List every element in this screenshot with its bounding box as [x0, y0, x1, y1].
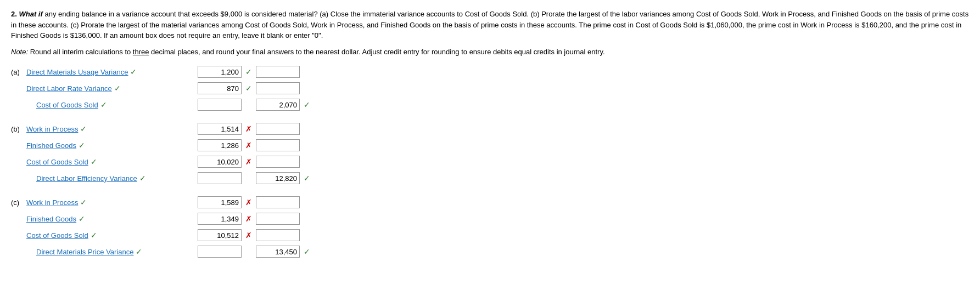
credit-input-b-1[interactable]: [256, 123, 300, 135]
account-label-b-2[interactable]: Finished Goods: [26, 141, 76, 150]
debit-input-c-1[interactable]: [198, 196, 242, 208]
label-check-c-4: ✓: [136, 247, 142, 256]
label-check-a-1: ✓: [130, 67, 137, 76]
account-label-b-4[interactable]: Direct Labor Efficiency Variance: [36, 174, 137, 183]
row-c-2: Finished Goods ✓ ✗: [11, 212, 969, 226]
credit-input-c-2[interactable]: [256, 213, 300, 225]
account-label-a-3[interactable]: Cost of Goods Sold: [36, 101, 98, 109]
input-area-b-2: ✗: [198, 139, 300, 151]
label-check-b-2: ✓: [79, 141, 85, 150]
row-b-1: (b) Work in Process ✓ ✗: [11, 122, 969, 136]
account-label-b-1[interactable]: Work in Process: [26, 125, 78, 133]
row-b-4: Direct Labor Efficiency Variance ✓ ✓: [11, 171, 969, 185]
debit-input-b-2[interactable]: [198, 139, 242, 151]
input-area-a-2: ✓: [198, 82, 300, 94]
label-part-b-4: Direct Labor Efficiency Variance ✓: [11, 174, 198, 183]
label-part-c-2: Finished Goods ✓: [11, 214, 198, 223]
label-part-c-1: (c) Work in Process ✓: [11, 198, 198, 207]
input-area-b-4: ✓: [198, 172, 312, 184]
label-part-b-1: (b) Work in Process ✓: [11, 124, 198, 133]
account-label-b-3[interactable]: Cost of Goods Sold: [26, 158, 88, 166]
input-area-a-3: ✓: [198, 99, 312, 111]
label-part-a-2: Direct Labor Rate Variance ✓: [11, 84, 198, 93]
debit-status-c-1: ✗: [244, 198, 254, 207]
debit-status-a-1: ✓: [244, 67, 254, 76]
section-letter-a: (a): [11, 68, 26, 76]
account-label-a-1[interactable]: Direct Materials Usage Variance: [26, 68, 128, 76]
debit-input-b-4[interactable]: [198, 172, 242, 184]
label-check-c-3: ✓: [91, 231, 97, 240]
question-body: any ending balance in a variance account…: [11, 10, 968, 39]
debit-input-a-1[interactable]: [198, 66, 242, 78]
credit-input-c-3[interactable]: [256, 229, 300, 241]
input-area-c-4: ✓: [198, 246, 312, 258]
question-number: 2. What if: [11, 10, 43, 18]
label-check-a-2: ✓: [114, 84, 121, 93]
debit-input-b-1[interactable]: [198, 123, 242, 135]
debit-status-b-3: ✗: [244, 157, 254, 166]
account-label-a-2[interactable]: Direct Labor Rate Variance: [26, 84, 112, 93]
credit-input-c-1[interactable]: [256, 196, 300, 208]
note-text: Note: Round all interim calculations to …: [11, 47, 969, 58]
section-letter-b: (b): [11, 125, 26, 133]
debit-input-c-3[interactable]: [198, 229, 242, 241]
section-letter-c: (c): [11, 198, 26, 207]
label-check-b-4: ✓: [139, 174, 146, 183]
account-label-c-3[interactable]: Cost of Goods Sold: [26, 231, 88, 240]
question-text: 2. What if any ending balance in a varia…: [11, 9, 969, 41]
label-part-b-2: Finished Goods ✓: [11, 141, 198, 150]
debit-input-c-4[interactable]: [198, 246, 242, 258]
input-area-b-3: ✗: [198, 156, 300, 168]
row-a-2: Direct Labor Rate Variance ✓ ✓: [11, 81, 969, 95]
question-container: 2. What if any ending balance in a varia…: [11, 9, 969, 57]
credit-status-c-4: ✓: [302, 247, 312, 256]
label-check-b-3: ✓: [91, 157, 97, 166]
credit-input-b-2[interactable]: [256, 139, 300, 151]
credit-input-a-3[interactable]: [256, 99, 300, 111]
debit-status-b-1: ✗: [244, 124, 254, 133]
label-check-b-1: ✓: [80, 124, 87, 133]
row-a-3: Cost of Goods Sold ✓ ✓: [11, 98, 969, 112]
input-area-c-3: ✗: [198, 229, 300, 241]
section-b: (b) Work in Process ✓ ✗ Finished Goods ✓…: [11, 122, 969, 185]
row-a-1: (a) Direct Materials Usage Variance ✓ ✓: [11, 65, 969, 79]
account-label-c-2[interactable]: Finished Goods: [26, 215, 76, 223]
row-c-4: Direct Materials Price Variance ✓ ✓: [11, 244, 969, 259]
debit-input-b-3[interactable]: [198, 156, 242, 168]
credit-input-b-3[interactable]: [256, 156, 300, 168]
input-area-c-2: ✗: [198, 213, 300, 225]
underline-three: three: [133, 48, 149, 56]
section-a: (a) Direct Materials Usage Variance ✓ ✓ …: [11, 65, 969, 112]
label-part-a-1: (a) Direct Materials Usage Variance ✓: [11, 67, 198, 76]
credit-status-a-3: ✓: [302, 100, 312, 109]
label-check-c-2: ✓: [79, 214, 85, 223]
credit-input-a-2[interactable]: [256, 82, 300, 94]
input-area-a-1: ✓: [198, 66, 300, 78]
input-area-c-1: ✗: [198, 196, 300, 208]
label-part-a-3: Cost of Goods Sold ✓: [11, 100, 198, 109]
debit-input-a-2[interactable]: [198, 82, 242, 94]
section-c: (c) Work in Process ✓ ✗ Finished Goods ✓…: [11, 195, 969, 259]
debit-status-c-3: ✗: [244, 231, 254, 240]
row-c-3: Cost of Goods Sold ✓ ✗: [11, 228, 969, 242]
debit-status-a-2: ✓: [244, 84, 254, 93]
label-check-a-3: ✓: [100, 100, 107, 109]
credit-status-b-4: ✓: [302, 174, 312, 183]
input-area-b-1: ✗: [198, 123, 300, 135]
row-b-2: Finished Goods ✓ ✗: [11, 138, 969, 152]
credit-input-a-1[interactable]: [256, 66, 300, 78]
label-part-b-3: Cost of Goods Sold ✓: [11, 157, 198, 166]
credit-input-c-4[interactable]: [256, 246, 300, 258]
row-c-1: (c) Work in Process ✓ ✗: [11, 195, 969, 209]
label-part-c-4: Direct Materials Price Variance ✓: [11, 247, 198, 256]
debit-status-b-2: ✗: [244, 141, 254, 150]
label-part-c-3: Cost of Goods Sold ✓: [11, 231, 198, 240]
credit-input-b-4[interactable]: [256, 172, 300, 184]
debit-input-a-3[interactable]: [198, 99, 242, 111]
account-label-c-1[interactable]: Work in Process: [26, 198, 78, 207]
row-b-3: Cost of Goods Sold ✓ ✗: [11, 155, 969, 169]
debit-status-c-2: ✗: [244, 214, 254, 223]
label-check-c-1: ✓: [80, 198, 87, 207]
account-label-c-4[interactable]: Direct Materials Price Variance: [36, 248, 133, 256]
debit-input-c-2[interactable]: [198, 213, 242, 225]
